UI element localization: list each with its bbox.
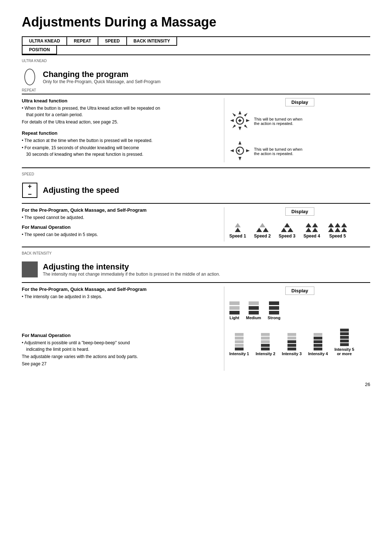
- section3-content: For the Pre-Program, Quick Massage, and …: [22, 287, 370, 371]
- ultra-knead-title: Ultra knead function: [22, 98, 224, 103]
- manual-speed-title: For Manual Operation: [22, 224, 224, 230]
- section1-label2: REPEAT: [22, 88, 370, 92]
- ultra-knead-display-text: This will be turned on when the action i…: [254, 117, 305, 126]
- nav-tabs-row1: ULTRA KNEAD REPEAT SPEED BACK INTENSITY: [22, 36, 370, 46]
- intensity-medium: Medium: [246, 301, 261, 320]
- svg-marker-14: [230, 149, 234, 152]
- repeat-title: Repeat function: [22, 130, 224, 136]
- nav-tabs-row2: POSITION: [22, 46, 370, 54]
- speed-4-label: Speed 4: [303, 234, 320, 239]
- speed-indicators: Speed 1 Speed 2: [229, 223, 347, 239]
- repeat-display: This will be turned on when the action i…: [229, 140, 305, 162]
- manual-intensity-body: • Adjustment is possible until a "beep-b…: [22, 340, 224, 367]
- section3-header: Adjusting the intensity The intensity ma…: [22, 256, 370, 281]
- tab-position[interactable]: POSITION: [23, 46, 57, 54]
- svg-marker-5: [244, 113, 248, 117]
- section3-label: BACK INTENSITY: [22, 251, 370, 255]
- intensity-item-4: Intensity 4: [308, 333, 328, 356]
- ultra-knead-display: This will be turned on when the action i…: [229, 110, 305, 132]
- section1-left: Ultra knead function • When the button i…: [22, 98, 224, 162]
- tab-speed[interactable]: SPEED: [98, 37, 127, 46]
- section1-label: ULTRA KNEAD: [22, 59, 370, 63]
- section2-left: For the Pre-Program, Quick Massage, and …: [22, 207, 224, 241]
- svg-marker-11: [240, 119, 242, 122]
- manual-intensity-title: For Manual Operation: [22, 333, 224, 338]
- section2-title: Adjusting the speed: [43, 186, 119, 195]
- display-label-3: Display: [285, 287, 314, 295]
- pre-program-speed-body: • The speed cannot be adjusted.: [22, 214, 224, 221]
- pre-program-speed-title: For the Pre-Program, Quick Massage, and …: [22, 207, 224, 213]
- svg-marker-0: [238, 111, 241, 114]
- tab-back-intensity[interactable]: BACK INTENSITY: [127, 37, 177, 46]
- tab-repeat[interactable]: REPEAT: [67, 37, 98, 46]
- svg-marker-6: [232, 125, 236, 128]
- section1-title: Changing the program: [43, 70, 160, 79]
- intensity-3-label: Intensity 3: [282, 352, 302, 356]
- ultra-knead-block: Ultra knead function • When the button i…: [22, 98, 224, 125]
- intensity-light: Light: [229, 301, 240, 320]
- page-title: Adjustments During a Massage: [22, 15, 370, 30]
- intensity-icon: [22, 260, 38, 279]
- display-label-2: Display: [285, 207, 314, 216]
- section1-subtitle: Only for the Pre-Program, Quick Massage,…: [43, 79, 160, 84]
- speed-item-4: Speed 4: [303, 223, 320, 239]
- intensity-4-label: Intensity 4: [308, 352, 328, 356]
- intensity-item-1: Intensity 1: [229, 333, 249, 356]
- section2-header: + − Adjusting the speed: [22, 177, 370, 202]
- ultra-knead-body: • When the button is pressed, the Ultra …: [22, 105, 224, 125]
- intensity-medium-label: Medium: [246, 316, 261, 320]
- intensity-strong-label: Strong: [268, 316, 280, 320]
- ultra-knead-icon: [229, 110, 250, 132]
- svg-marker-3: [246, 119, 250, 122]
- section2-label: SPEED: [22, 172, 370, 176]
- section-intensity: BACK INTENSITY Adjusting the intensity T…: [22, 251, 370, 371]
- intensity-1-5: Intensity 1 Intensity 2: [229, 329, 354, 356]
- section3-title-block: Adjusting the intensity The intensity ma…: [43, 262, 220, 277]
- svg-marker-17: [237, 149, 240, 153]
- speed-item-3: Speed 3: [279, 223, 295, 239]
- intensity-1-label: Intensity 1: [229, 352, 249, 356]
- manual-speed-body: • The speed can be adjusted in 5 steps.: [22, 231, 224, 238]
- intensity-item-3: Intensity 3: [282, 333, 302, 356]
- section3-left: For the Pre-Program, Quick Massage, and …: [22, 287, 224, 371]
- speed-3-label: Speed 3: [279, 234, 295, 239]
- manual-speed: For Manual Operation • The speed can be …: [22, 224, 224, 238]
- section3-subtitle: The intensity may not change immediately…: [43, 272, 220, 277]
- repeat-icon: [229, 140, 250, 162]
- section-speed: SPEED + − Adjusting the speed For the Pr…: [22, 172, 370, 241]
- speed-1-label: Speed 1: [229, 234, 246, 239]
- svg-marker-1: [238, 127, 241, 130]
- pre-program-intensity: For the Pre-Program, Quick Massage, and …: [22, 287, 224, 300]
- speed-item-1: Speed 1: [229, 223, 246, 239]
- section2-right: Display Speed 1: [224, 207, 370, 241]
- intensity-item-2: Intensity 2: [256, 333, 275, 356]
- svg-marker-7: [244, 125, 248, 128]
- repeat-body: • The action at the time when the button…: [22, 137, 224, 158]
- svg-marker-2: [230, 119, 234, 122]
- section2-content: For the Pre-Program, Quick Massage, and …: [22, 207, 370, 241]
- oval-icon: [22, 67, 38, 87]
- pre-program-speed: For the Pre-Program, Quick Massage, and …: [22, 207, 224, 221]
- section1-title-block: Changing the program Only for the Pre-Pr…: [43, 70, 160, 84]
- intensity-strong: Strong: [268, 301, 280, 320]
- pre-program-intensity-title: For the Pre-Program, Quick Massage, and …: [22, 287, 224, 292]
- page-number: 26: [22, 382, 370, 387]
- intensity-5-label: Intensity 5 or more: [334, 347, 354, 356]
- svg-marker-9: [238, 119, 240, 122]
- intensity-light-label: Light: [229, 316, 239, 320]
- speed-2-label: Speed 2: [254, 234, 271, 239]
- speed-item-2: Speed 2: [254, 223, 271, 239]
- speed-icon: + −: [22, 180, 38, 200]
- pre-program-intensity-body: • The intensity can be adjusted in 3 ste…: [22, 293, 224, 300]
- speed-5-label: Speed 5: [329, 234, 346, 239]
- section3-right: Display Light: [224, 287, 370, 371]
- svg-marker-12: [238, 141, 241, 145]
- repeat-display-text: This will be turned on when the action i…: [254, 147, 305, 156]
- svg-marker-4: [232, 113, 236, 117]
- section1-header: Changing the program Only for the Pre-Pr…: [22, 64, 370, 88]
- intensity-item-5: Intensity 5 or more: [334, 329, 354, 356]
- intensity-2-label: Intensity 2: [256, 352, 275, 356]
- tab-ultra-knead[interactable]: ULTRA KNEAD: [23, 37, 67, 46]
- section1-content: Ultra knead function • When the button i…: [22, 98, 370, 162]
- speed-item-5: Speed 5: [328, 223, 347, 239]
